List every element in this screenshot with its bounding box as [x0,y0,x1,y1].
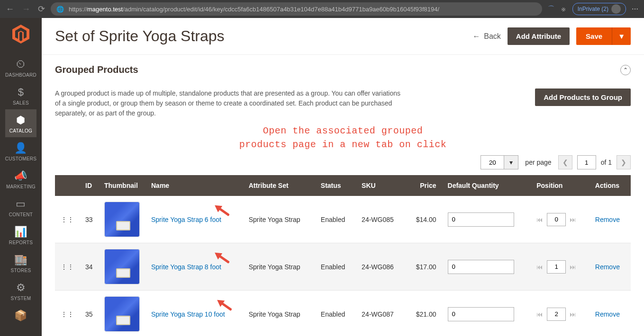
product-name-link[interactable]: Sprite Yoga Strap 8 foot [151,263,221,271]
cell-default-qty [442,243,531,291]
cell-name: Sprite Yoga Strap 6 foot [145,196,243,243]
table-row: ⋮⋮33Sprite Yoga Strap 6 footSprite Yoga … [55,196,631,243]
url-bar[interactable]: 🌐 https://magento.test/admin/catalog/pro… [51,2,542,16]
sidebar-icon: ⚙ [5,282,36,294]
prev-page-button[interactable]: ❮ [558,155,572,169]
sidebar-icon: 👤 [5,142,36,154]
sidebar-item-label: CATALOG [9,128,32,133]
back-arrow-icon: ← [472,32,480,41]
next-page-button[interactable]: ❯ [617,155,631,169]
browser-back-icon[interactable]: ← [6,4,14,14]
th-actions: Actions [590,175,631,196]
page-size-dropdown[interactable]: ▾ [504,155,518,169]
sidebar-icon: 📣 [5,170,36,182]
browser-refresh-icon[interactable]: ⟳ [38,4,45,14]
position-input[interactable] [547,308,566,321]
sidebar-item-stores[interactable]: 🏬STORES [5,249,36,277]
cell-sku: 24-WG087 [356,291,406,336]
drag-handle-icon[interactable]: ⋮⋮ [55,291,80,336]
th-sku: SKU [356,175,406,196]
product-name-link[interactable]: Sprite Yoga Strap 10 foot [151,310,225,318]
drag-handle-icon[interactable]: ⋮⋮ [55,196,80,243]
position-first-icon[interactable]: ⏮ [536,263,543,271]
browser-chrome: ← → ⟳ 🌐 https://magento.test/admin/catal… [0,0,644,18]
section-title: Grouped Products [55,64,138,75]
position-first-icon[interactable]: ⏮ [536,310,543,318]
sidebar-icon: ▭ [5,198,36,210]
sidebar-item-label: CUSTOMERS [5,156,36,161]
add-attribute-button[interactable]: Add Attribute [508,27,570,45]
cell-id: 33 [80,196,99,243]
cell-status: Enabled [315,291,356,336]
collapse-icon[interactable]: ⌃ [620,65,631,75]
cell-position: ⏮⏭ [531,196,590,243]
remove-link[interactable]: Remove [595,263,620,271]
save-label: Save [576,27,612,45]
cell-actions: Remove [590,243,631,291]
sidebar-item-label: SALES [13,100,29,106]
browser-extensions-icon[interactable]: ⨳ [560,5,567,13]
sidebar-icon: ⏲ [5,58,36,71]
th-status: Status [315,175,356,196]
page-size-input[interactable] [481,155,504,169]
cell-thumbnail [99,243,145,291]
th-thumbnail: Thumbnail [99,175,145,196]
page-title: Set of Sprite Yoga Straps [55,27,225,45]
cell-thumbnail [99,196,145,243]
th-drag [55,175,80,196]
sidebar-item-sales[interactable]: $SALES [5,81,36,109]
cell-price: $17.00 [406,243,442,291]
sidebar-item-dashboard[interactable]: ⏲DASHBOARD [5,53,36,81]
back-button[interactable]: ← Back [472,32,501,41]
sidebar-item-catalog[interactable]: ⬢CATALOG [5,109,36,137]
sidebar-item-extra[interactable]: 📦 [5,305,36,327]
magento-logo-icon[interactable] [12,25,29,48]
sidebar-item-customers[interactable]: 👤CUSTOMERS [5,137,36,165]
position-input[interactable] [547,260,566,274]
grouped-products-section: Grouped Products ⌃ A grouped product is … [42,55,644,336]
cell-name: Sprite Yoga Strap 8 foot [145,243,243,291]
inprivate-badge[interactable]: InPrivate (2) [572,3,626,15]
sidebar-item-marketing[interactable]: 📣MARKETING [5,165,36,193]
sidebar-item-system[interactable]: ⚙SYSTEM [5,277,36,305]
product-thumbnail [104,202,140,237]
position-last-icon[interactable]: ⏭ [570,216,576,223]
save-button[interactable]: Save ▼ [576,27,631,45]
default-qty-input[interactable] [448,260,514,274]
annotation-text: Open the associated grouped products pag… [55,124,631,151]
drag-handle-icon[interactable]: ⋮⋮ [55,243,80,291]
product-thumbnail [104,296,140,332]
save-dropdown-caret[interactable]: ▼ [612,27,631,45]
cell-actions: Remove [590,291,631,336]
grid-toolbar: ▾ per page ❮ of 1 ❯ [55,155,631,169]
remove-link[interactable]: Remove [595,310,620,318]
position-first-icon[interactable]: ⏮ [536,216,543,223]
product-name-link[interactable]: Sprite Yoga Strap 6 foot [151,216,221,223]
remove-link[interactable]: Remove [595,216,620,223]
th-id: ID [80,175,99,196]
sidebar-item-label: DASHBOARD [5,72,36,78]
main-content: Set of Sprite Yoga Straps ← Back Add Att… [42,18,644,336]
th-position: Position [531,175,590,196]
cell-attribute-set: Sprite Yoga Strap [243,243,315,291]
globe-icon: 🌐 [56,6,64,13]
default-qty-input[interactable] [448,212,514,227]
cell-default-qty [442,291,531,336]
sidebar-item-content[interactable]: ▭CONTENT [5,193,36,221]
default-qty-input[interactable] [448,307,514,321]
position-input[interactable] [547,213,566,226]
current-page-input[interactable] [577,155,596,169]
browser-ext-icon[interactable]: ⌒ [548,5,554,13]
position-last-icon[interactable]: ⏭ [570,310,576,318]
grouped-products-table: ID Thumbnail Name Attribute Set Status S… [55,175,631,336]
cell-id: 34 [80,243,99,291]
browser-more-icon[interactable]: ⋯ [632,5,638,13]
position-last-icon[interactable]: ⏭ [570,263,576,271]
product-thumbnail [104,249,140,284]
sidebar-item-label: CONTENT [9,212,33,217]
add-products-to-group-button[interactable]: Add Products to Group [535,88,631,106]
table-row: ⋮⋮34Sprite Yoga Strap 8 footSprite Yoga … [55,243,631,291]
cell-status: Enabled [315,243,356,291]
cell-attribute-set: Sprite Yoga Strap [243,196,315,243]
sidebar-item-reports[interactable]: 📊REPORTS [5,221,36,249]
